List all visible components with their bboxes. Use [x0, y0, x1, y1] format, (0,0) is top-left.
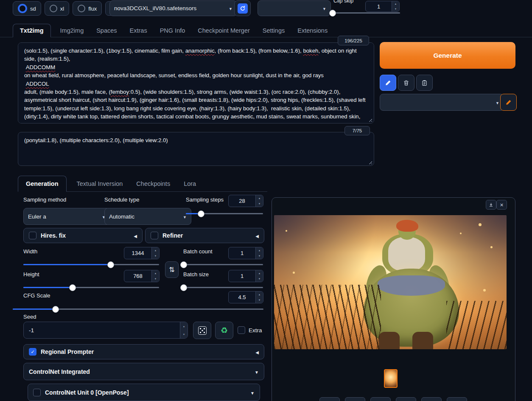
spin-down-icon[interactable] — [152, 253, 159, 259]
edit-styles-button[interactable] — [500, 94, 517, 111]
dice-icon — [198, 326, 207, 335]
cfg-scale-input[interactable]: 4.5 — [228, 291, 263, 303]
slider-handle[interactable] — [69, 284, 76, 291]
slider-track[interactable] — [332, 12, 400, 14]
seed-label: Seed — [23, 314, 36, 320]
read-generation-params-button[interactable] — [380, 75, 396, 91]
subtab-generation[interactable]: Generation — [18, 176, 67, 192]
batch-count-input[interactable]: 1 — [228, 247, 263, 259]
chevron-down-icon — [496, 99, 499, 106]
sampling-method-dropdown[interactable]: Euler a — [23, 208, 110, 225]
tab-txt2img[interactable]: Txt2img — [13, 24, 51, 37]
spin-up-icon[interactable] — [392, 1, 399, 6]
spin-up-icon[interactable] — [152, 247, 159, 253]
refresh-checkpoint-button[interactable] — [234, 0, 251, 16]
spin-down-icon[interactable] — [256, 297, 263, 303]
chevron-down-icon[interactable] — [255, 368, 259, 376]
controlnet-unit0-checkbox[interactable] — [33, 389, 41, 396]
spin-down-icon[interactable] — [256, 253, 263, 259]
slider-track[interactable] — [183, 264, 263, 265]
random-seed-button[interactable] — [193, 322, 211, 339]
reuse-seed-button[interactable] — [215, 322, 233, 339]
tab-img2img[interactable]: Img2img — [57, 24, 87, 37]
gallery-thumbnail-selected[interactable] — [384, 369, 398, 388]
slider-handle[interactable] — [180, 284, 187, 291]
subtab-textual-inversion[interactable]: Textual Inversion — [73, 176, 126, 191]
collapse-left-icon[interactable] — [134, 232, 137, 239]
filter-label: flux — [88, 6, 97, 12]
gallery-action-button[interactable] — [345, 397, 365, 401]
regional-prompter-checkbox[interactable] — [29, 348, 36, 356]
spin-down-icon[interactable] — [256, 201, 263, 207]
slider-handle[interactable] — [329, 10, 336, 17]
spin-down-icon[interactable] — [180, 330, 188, 338]
collapse-left-icon[interactable] — [255, 348, 259, 356]
spin-down-icon[interactable] — [152, 276, 159, 282]
download-image-button[interactable] — [486, 200, 496, 210]
gallery-action-button[interactable] — [421, 397, 442, 401]
tab-png-info[interactable]: PNG Info — [157, 24, 189, 37]
tab-extras[interactable]: Extras — [126, 24, 151, 37]
spin-up-icon[interactable] — [256, 292, 263, 297]
height-slider[interactable] — [23, 284, 159, 290]
hires-fix-checkbox[interactable] — [29, 232, 36, 239]
apply-styles-button[interactable] — [416, 75, 433, 91]
sampling-steps-input[interactable]: 28 — [228, 195, 263, 207]
width-input[interactable]: 1344 — [124, 247, 160, 259]
filter-xl[interactable]: xl — [45, 1, 69, 16]
spin-up-icon[interactable] — [152, 270, 159, 276]
clear-prompt-button[interactable] — [398, 75, 414, 91]
txt2img-subtab-bar: Generation Textual Inversion Checkpoints… — [18, 174, 267, 192]
tab-extensions[interactable]: Extensions — [294, 24, 331, 37]
spin-up-icon[interactable] — [256, 270, 263, 276]
filter-sd[interactable]: sd — [13, 1, 41, 16]
controlnet-unit0-accordion[interactable]: ControlNet Unit 0 [OpenPose] — [28, 384, 260, 401]
generated-image[interactable] — [274, 215, 507, 349]
sampling-method-label: Sampling method — [23, 196, 66, 203]
clip-skip-slider[interactable] — [332, 10, 400, 16]
spin-up-icon[interactable] — [256, 195, 263, 201]
gallery-action-button[interactable] — [319, 397, 340, 401]
gallery-action-button[interactable] — [447, 397, 467, 401]
batch-count-slider[interactable] — [183, 261, 263, 267]
regional-prompter-label: Regional Prompter — [41, 348, 94, 355]
batch-size-slider[interactable] — [183, 284, 263, 290]
checkpoint-dropdown[interactable]: nova3DCGXL_ilV80.safetensors — [109, 0, 237, 16]
subtab-lora[interactable]: Lora — [180, 176, 199, 191]
height-input[interactable]: 768 — [124, 270, 160, 282]
slider-handle[interactable] — [107, 261, 114, 268]
slider-handle[interactable] — [198, 210, 204, 217]
swap-dimensions-button[interactable] — [165, 261, 179, 278]
tab-checkpoint-merger[interactable]: Checkpoint Merger — [194, 24, 253, 37]
controlnet-accordion[interactable]: ControlNet Integrated — [23, 363, 264, 380]
batch-size-input[interactable]: 1 — [228, 270, 263, 282]
subtab-checkpoints[interactable]: Checkpoints — [133, 176, 174, 191]
schedule-type-dropdown[interactable]: Automatic — [104, 208, 191, 225]
tab-settings[interactable]: Settings — [259, 24, 288, 37]
generate-button[interactable]: Generate — [380, 42, 515, 69]
close-gallery-button[interactable] — [496, 200, 507, 210]
height-label: Height — [23, 271, 39, 278]
spin-down-icon[interactable] — [256, 276, 263, 282]
chevron-down-icon[interactable] — [250, 389, 255, 396]
extra-seed-checkbox[interactable] — [238, 326, 245, 334]
collapse-left-icon[interactable] — [255, 232, 259, 239]
refiner-checkbox[interactable] — [151, 232, 158, 239]
filter-flux[interactable]: flux — [73, 1, 102, 16]
vae-dropdown[interactable] — [258, 0, 331, 16]
tab-spaces[interactable]: Spaces — [93, 24, 120, 37]
gallery-action-button[interactable] — [396, 397, 416, 401]
styles-dropdown[interactable] — [380, 94, 504, 111]
width-slider[interactable] — [23, 261, 159, 267]
sampling-steps-slider[interactable] — [186, 210, 263, 216]
slider-handle[interactable] — [52, 306, 59, 313]
slider-handle[interactable] — [180, 261, 187, 268]
slider-track[interactable] — [183, 287, 263, 288]
negative-prompt-textbox[interactable]: (ponytail:1.8), (multiple characters:2.0… — [18, 132, 374, 166]
prompt-textbox[interactable]: (solo:1.5), (single character:1.5), (1bo… — [18, 42, 374, 123]
spin-up-icon[interactable] — [180, 322, 188, 330]
seed-input[interactable]: -1 — [23, 322, 188, 339]
spin-up-icon[interactable] — [256, 247, 263, 253]
cfg-scale-slider[interactable] — [13, 306, 263, 312]
gallery-action-button[interactable] — [370, 397, 391, 401]
